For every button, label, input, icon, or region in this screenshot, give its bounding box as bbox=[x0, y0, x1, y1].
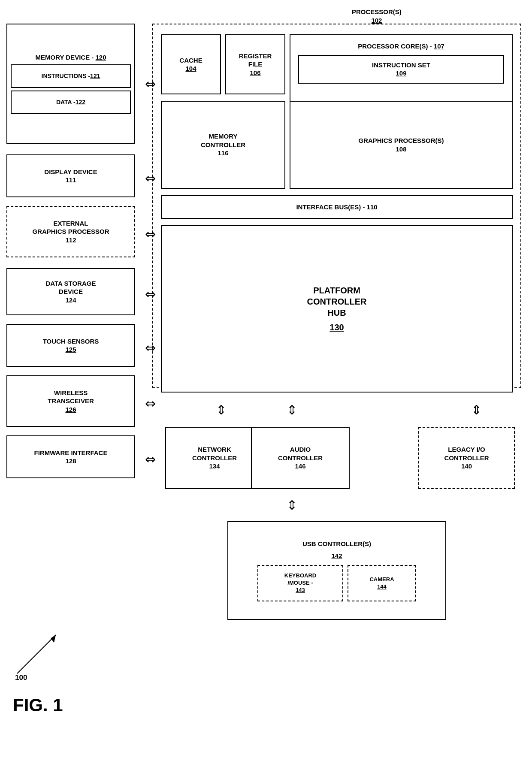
audio-controller-box: AUDIO CONTROLLER 146 bbox=[251, 427, 350, 489]
svg-marker-1 bbox=[51, 635, 56, 643]
usb-controller-box: USB CONTROLLER(S) 142 KEYBOARD /MOUSE - … bbox=[227, 521, 446, 620]
graphics-processor-box: GRAPHICS PROCESSOR(S) 108 bbox=[290, 101, 513, 189]
register-file-box: REGISTER FILE 106 bbox=[225, 34, 285, 94]
touch-sensors-box: TOUCH SENSORS 125 bbox=[6, 324, 135, 367]
firmware-interface-box: FIRMWARE INTERFACE 128 bbox=[6, 435, 135, 478]
fig-label: FIG. 1 bbox=[13, 695, 63, 716]
wireless-arrow: ⇔ bbox=[135, 395, 165, 412]
wireless-transceiver-box: WIRELESS TRANSCEIVER 126 bbox=[6, 375, 135, 427]
data-storage-box: DATA STORAGE DEVICE 124 bbox=[6, 268, 135, 315]
legacy-io-box: LEGACY I/O CONTROLLER 140 bbox=[418, 427, 515, 489]
cache-box: CACHE 104 bbox=[161, 34, 221, 94]
usb-arrow-v: ⇕ bbox=[281, 489, 302, 521]
platform-controller-box: PLATFORM CONTROLLER HUB 130 bbox=[161, 225, 513, 393]
network-controller-box: NETWORK CONTROLLER 134 bbox=[165, 427, 264, 489]
display-device-box: DISPLAY DEVICE 111 bbox=[6, 154, 135, 197]
firmware-arrow: ⇔ bbox=[135, 450, 165, 468]
legacy-arrow-v: ⇕ bbox=[466, 393, 487, 427]
diagram: PROCESSOR(S) 102 MEMORY DEVICE - 120 INS… bbox=[0, 0, 532, 761]
memory-device-box: MEMORY DEVICE - 120 INSTRUCTIONS - 121 D… bbox=[6, 24, 135, 144]
external-graphics-box: EXTERNAL GRAPHICS PROCESSOR 112 bbox=[6, 206, 135, 257]
processor-label: PROCESSOR(S) 102 bbox=[352, 8, 402, 24]
svg-line-0 bbox=[17, 635, 56, 673]
audio-arrow-v: ⇕ bbox=[281, 393, 302, 427]
memory-controller-box: MEMORY CONTROLLER 116 bbox=[161, 101, 285, 189]
network-arrow-v: ⇕ bbox=[210, 393, 232, 427]
interface-bus-box: INTERFACE BUS(ES) - 110 bbox=[161, 195, 513, 219]
